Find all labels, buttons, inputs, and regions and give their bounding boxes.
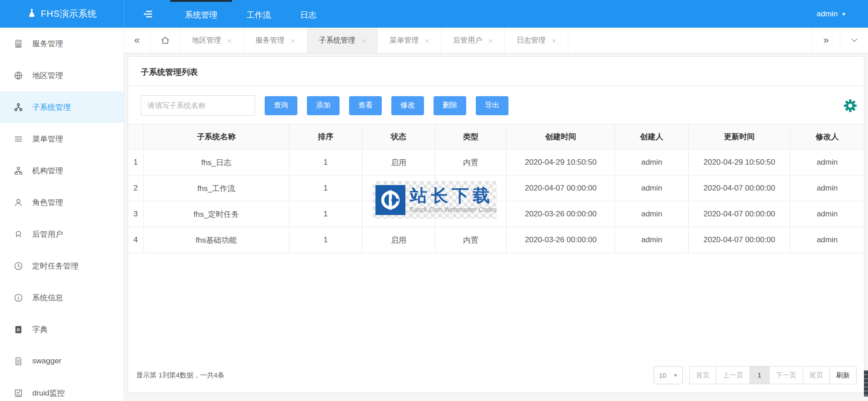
sidebar-item-label: swagger xyxy=(32,357,61,366)
table-row[interactable]: 4 fhs基础功能 1 启用 内置 2020-03-26 00:00:00 ad… xyxy=(128,227,864,253)
sidebar-item-label: 系统信息 xyxy=(32,293,63,303)
sidebar-item-org-management[interactable]: 机构管理 xyxy=(0,155,123,186)
nav-label: 系统管理 xyxy=(185,10,217,20)
top-nav-workflow[interactable]: 工作流 xyxy=(232,0,286,28)
cell-row-number: 3 xyxy=(128,201,143,227)
cell-row-number: 1 xyxy=(128,150,143,176)
delete-button[interactable]: 删除 xyxy=(434,96,466,115)
col-update-time[interactable]: 更新时间 xyxy=(688,124,790,150)
col-creator[interactable]: 创建人 xyxy=(615,124,688,150)
page-number-button[interactable]: 1 xyxy=(750,366,769,384)
chevron-down-icon: ▼ xyxy=(841,11,846,17)
last-page-button[interactable]: 尾页 xyxy=(803,366,830,384)
cell-creator: admin xyxy=(615,150,688,176)
subsystem-panel: 子系统管理列表 查询 添加 查看 修改 删除 导出 xyxy=(128,56,864,393)
subsystem-name-input[interactable] xyxy=(141,95,255,116)
select-caret-icon: ▼ xyxy=(673,373,678,378)
tab-subsystem-management[interactable]: 子系统管理 × xyxy=(307,28,378,53)
first-page-button[interactable]: 首页 xyxy=(689,366,716,384)
cell-modifier: admin xyxy=(790,227,864,253)
top-nav-system-management[interactable]: 系统管理 xyxy=(170,0,232,28)
view-button[interactable]: 查看 xyxy=(349,96,382,115)
sidebar-item-admin-users[interactable]: 后管用户 xyxy=(0,218,123,250)
col-subsystem-name[interactable]: 子系统名称 xyxy=(143,124,289,150)
sidebar-item-subsystem-management[interactable]: 子系统管理 xyxy=(0,91,123,123)
table-row[interactable]: 2 fhs_工作流 1 启用 内置 2020-04-07 00:00:00 ad… xyxy=(128,176,864,201)
col-type[interactable]: 类型 xyxy=(435,124,506,150)
nav-label: 日志 xyxy=(300,10,316,20)
close-icon[interactable]: × xyxy=(488,37,493,44)
menu-icon xyxy=(14,134,23,144)
tabs-scroll-left-button[interactable]: « xyxy=(124,28,150,53)
workspace: 子系统管理列表 查询 添加 查看 修改 删除 导出 xyxy=(124,54,868,401)
tab-log-management[interactable]: 日志管理 × xyxy=(505,28,568,53)
app-window: FHS演示系统 系统管理 工作流 日志 admin ▼ xyxy=(0,0,868,401)
scroll-elevator[interactable] xyxy=(864,370,868,396)
tab-service-management[interactable]: 服务管理 × xyxy=(244,28,307,53)
refresh-button[interactable]: 刷新 xyxy=(829,366,857,384)
tab-menu-management[interactable]: 菜单管理 × xyxy=(378,28,441,53)
table-settings-gear-icon[interactable] xyxy=(843,98,859,113)
table-row[interactable]: 3 fhs_定时任务 1 启用 内置 2020-03-26 00:00:00 a… xyxy=(128,201,864,227)
tab-label: 服务管理 xyxy=(256,36,285,45)
page-size-select[interactable]: 10 ▼ xyxy=(654,366,683,384)
tab-label: 后管用户 xyxy=(453,36,482,45)
tab-admin-users[interactable]: 后管用户 × xyxy=(441,28,505,53)
sidebar-item-region-management[interactable]: 地区管理 xyxy=(0,59,123,91)
tabs-menu-chevron-button[interactable] xyxy=(840,28,868,53)
cell-subsystem-name: fhs_日志 xyxy=(143,150,289,176)
home-tab-icon[interactable] xyxy=(150,28,180,53)
clock-icon xyxy=(14,261,23,271)
close-icon[interactable]: × xyxy=(227,37,232,44)
query-button[interactable]: 查询 xyxy=(265,96,297,115)
sidebar-item-druid-monitor[interactable]: druid监控 xyxy=(0,377,123,401)
col-create-time[interactable]: 创建时间 xyxy=(507,124,615,150)
cell-sort: 1 xyxy=(289,227,362,253)
cell-type: 内置 xyxy=(435,227,506,253)
cell-status: 启用 xyxy=(362,176,435,201)
cell-status: 启用 xyxy=(362,201,435,227)
col-modifier[interactable]: 修改人 xyxy=(790,124,864,150)
close-icon[interactable]: × xyxy=(552,37,556,44)
table-row[interactable]: 1 fhs_日志 1 启用 内置 2020-04-29 10:50:50 adm… xyxy=(128,150,864,176)
top-nav-logs[interactable]: 日志 xyxy=(286,0,331,28)
tab-region-management[interactable]: 地区管理 × xyxy=(180,28,244,53)
close-icon[interactable]: × xyxy=(291,37,295,44)
dictionary-icon: D xyxy=(14,325,23,334)
cell-type: 内置 xyxy=(435,150,506,176)
tab-label: 地区管理 xyxy=(192,36,221,45)
cell-modifier: admin xyxy=(790,201,864,227)
app-title: FHS演示系统 xyxy=(41,8,97,20)
tabs-scroll-right-button[interactable]: » xyxy=(812,28,840,53)
sidebar-item-system-info[interactable]: 系统信息 xyxy=(0,282,123,313)
add-button[interactable]: 添加 xyxy=(307,96,340,115)
prev-page-button[interactable]: 上一页 xyxy=(716,366,750,384)
toolbar: 查询 添加 查看 修改 删除 导出 xyxy=(128,86,864,124)
sidebar-item-role-management[interactable]: 角色管理 xyxy=(0,186,123,218)
edit-button[interactable]: 修改 xyxy=(391,96,424,115)
sidebar-item-label: 地区管理 xyxy=(32,70,63,81)
col-sort[interactable]: 排序 xyxy=(289,124,362,150)
user-menu[interactable]: admin ▼ xyxy=(795,0,868,28)
next-page-button[interactable]: 下一页 xyxy=(769,366,803,384)
col-status[interactable]: 状态 xyxy=(362,124,435,150)
cell-create-time: 2020-03-26 00:00:00 xyxy=(507,201,615,227)
sidebar-item-swagger[interactable]: swagger xyxy=(0,345,123,377)
server-icon xyxy=(14,39,23,49)
export-button[interactable]: 导出 xyxy=(476,96,508,115)
cell-creator: admin xyxy=(615,176,688,201)
sidebar-item-label: 后管用户 xyxy=(32,229,63,240)
sidebar-item-menu-management[interactable]: 菜单管理 xyxy=(0,123,123,155)
cell-subsystem-name: fhs_定时任务 xyxy=(143,201,289,227)
info-icon xyxy=(14,293,23,303)
cell-sort: 1 xyxy=(289,201,362,227)
sidebar-item-scheduled-tasks[interactable]: 定时任务管理 xyxy=(0,250,123,282)
close-icon[interactable]: × xyxy=(362,37,366,44)
cell-creator: admin xyxy=(615,227,688,253)
subsystem-table: 子系统名称 排序 状态 类型 创建时间 创建人 更新时间 修改人 xyxy=(128,124,864,253)
close-icon[interactable]: × xyxy=(425,37,429,44)
app-logo: FHS演示系统 xyxy=(0,0,124,28)
sidebar-item-service-management[interactable]: 服务管理 xyxy=(0,28,123,59)
sidebar-collapse-icon[interactable] xyxy=(124,0,170,28)
sidebar-item-dictionary[interactable]: D 字典 xyxy=(0,313,123,345)
